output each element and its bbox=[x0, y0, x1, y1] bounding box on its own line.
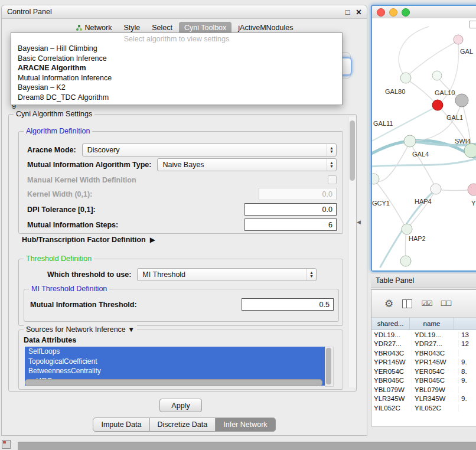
mi-type-dropdown[interactable]: Naive Bayes bbox=[157, 158, 337, 171]
network-graph[interactable]: GALGAL80GAL10GAL11GAL1SWI4GAL4GCY1HAP4YH… bbox=[372, 18, 476, 269]
network-node[interactable] bbox=[404, 135, 416, 147]
attributes-vertical-scrollbar[interactable] bbox=[325, 347, 334, 387]
collapsed-arrow-icon[interactable]: ▶ bbox=[150, 236, 155, 243]
control-panel-titlebar[interactable]: Control Panel □ × bbox=[2, 5, 367, 19]
gear-icon[interactable]: ⚙ bbox=[384, 299, 393, 309]
algorithm-option[interactable]: Bayesian – K2 bbox=[11, 83, 342, 93]
birdseye-toggle-icon[interactable] bbox=[470, 21, 476, 28]
network-node[interactable] bbox=[454, 35, 463, 44]
bottom-dock-bar bbox=[18, 442, 476, 450]
algorithm-option[interactable]: ARACNE Algorithm bbox=[11, 63, 342, 73]
table-row[interactable]: YPR145WYPR145W9. bbox=[371, 358, 476, 367]
table-panel-header[interactable]: Table Panel bbox=[371, 273, 476, 288]
mi-threshold-input[interactable]: 0.5 bbox=[242, 298, 334, 311]
column-header[interactable] bbox=[454, 318, 476, 330]
table-cell: YDR27... bbox=[412, 340, 459, 347]
tab-label: Style bbox=[123, 24, 140, 32]
algorithm-placeholder-option[interactable]: Select algorithm to view settings bbox=[11, 34, 342, 44]
deselect-checkboxes-icon[interactable]: ☐☐ bbox=[441, 299, 451, 308]
tab-label: Infer Network bbox=[223, 420, 267, 429]
panel-collapse-arrow[interactable]: ◀ bbox=[357, 219, 361, 225]
hub-transcription-factor-section[interactable]: Hub/Transcription Factor Definition ▶ bbox=[22, 236, 155, 244]
network-node[interactable] bbox=[432, 71, 442, 80]
table-row[interactable]: YLR345WYLR345W9. bbox=[371, 394, 476, 404]
tab-network[interactable]: Network bbox=[70, 22, 118, 34]
attribute-item[interactable]: SelfLoops bbox=[25, 347, 325, 357]
tab-jactivemnodules[interactable]: jActiveMNodules bbox=[233, 22, 298, 34]
tab-label: Network bbox=[85, 24, 112, 32]
table-row[interactable]: YBR045CYBR045C9. bbox=[371, 376, 476, 386]
attributes-horizontal-scrollbar[interactable] bbox=[25, 379, 322, 386]
mi-threshold-definition-group: MI Threshold Definition Mutual Informati… bbox=[24, 289, 339, 322]
group-title: Algorithm Definition bbox=[24, 127, 92, 135]
hub-section-label: Hub/Transcription Factor Definition bbox=[22, 236, 146, 244]
columns-icon[interactable] bbox=[402, 299, 412, 308]
data-attributes-label: Data Attributes bbox=[24, 336, 76, 344]
network-node[interactable] bbox=[402, 224, 412, 234]
column-header[interactable]: shared... bbox=[371, 318, 410, 330]
tab-label: Impute Data bbox=[101, 420, 141, 429]
table-row[interactable]: YDR27...YDR27...12 bbox=[371, 340, 476, 349]
attribute-item[interactable]: TopologicalCoefficient bbox=[25, 357, 325, 367]
close-icon[interactable]: × bbox=[356, 8, 361, 16]
kernel-width-input[interactable]: 0.0 bbox=[259, 188, 337, 200]
mi-steps-input[interactable]: 6 bbox=[244, 219, 337, 231]
algorithm-option[interactable]: Bayesian – Hill Climbing bbox=[11, 44, 342, 54]
cyni-algorithm-settings-group: Cyni Algorithm Settings Algorithm Defini… bbox=[8, 114, 357, 392]
node-label: GAL1 bbox=[446, 114, 463, 121]
aracne-mode-dropdown[interactable]: Discovery bbox=[82, 144, 337, 156]
tab-impute-data[interactable]: Impute Data bbox=[93, 418, 149, 432]
network-window-titlebar[interactable] bbox=[372, 6, 476, 19]
column-header[interactable]: name bbox=[410, 318, 454, 330]
table-row[interactable]: YIL052CYIL052C bbox=[371, 403, 476, 413]
table-row[interactable]: YBR043CYBR043C bbox=[371, 348, 476, 358]
network-edge[interactable] bbox=[406, 79, 437, 105]
table-cell: YPR145W bbox=[371, 358, 412, 366]
which-threshold-dropdown[interactable]: MI Threshold bbox=[137, 268, 317, 281]
node-label: GCY1 bbox=[372, 200, 390, 207]
tab-cyni-toolbox[interactable]: Cyni Toolbox bbox=[179, 22, 232, 34]
tab-label: Cyni Toolbox bbox=[184, 24, 226, 32]
select-all-checkboxes-icon[interactable]: ☑☑ bbox=[421, 299, 432, 308]
network-node[interactable] bbox=[431, 184, 441, 194]
attribute-item[interactable]: BetweennessCentrality bbox=[25, 366, 325, 376]
tab-discretize-data[interactable]: Discretize Data bbox=[150, 418, 216, 432]
tab-select[interactable]: Select bbox=[146, 22, 178, 34]
network-node[interactable] bbox=[432, 100, 443, 110]
table-row[interactable]: YER054CYER054C8. bbox=[371, 367, 476, 376]
tab-style[interactable]: Style bbox=[118, 22, 145, 34]
network-node[interactable] bbox=[468, 184, 476, 195]
manual-kernel-checkbox[interactable] bbox=[328, 175, 337, 184]
float-window-icon[interactable]: □ bbox=[345, 8, 350, 16]
apply-button[interactable]: Apply bbox=[159, 399, 202, 412]
zoom-traffic-light[interactable] bbox=[402, 8, 410, 17]
table-row[interactable]: YDL19...YDL19...13 bbox=[371, 330, 476, 340]
algorithm-option[interactable]: Dream8 DC_TDC Algorithm bbox=[11, 93, 342, 103]
expanded-arrow-icon[interactable]: ▼ bbox=[128, 325, 135, 334]
table-cell: 9. bbox=[459, 395, 476, 402]
kernel-width-row: Kernel Width (0,1): 0.0 bbox=[27, 188, 337, 200]
algorithm-option[interactable]: Basic Correlation Inference bbox=[11, 54, 342, 64]
scrollbar-thumb[interactable] bbox=[326, 348, 331, 384]
network-canvas[interactable]: GALGAL80GAL10GAL11GAL1SWI4GAL4GCY1HAP4YH… bbox=[372, 18, 476, 270]
network-node[interactable] bbox=[400, 73, 411, 83]
algorithm-option[interactable]: Mutual Information Inference bbox=[11, 73, 342, 83]
settings-scrollbar[interactable] bbox=[348, 117, 356, 387]
algorithm-definition-group: Algorithm Definition Aracne Mode: Discov… bbox=[18, 131, 343, 234]
table-cell: YBR045C bbox=[371, 377, 412, 384]
minimize-traffic-light[interactable] bbox=[389, 8, 397, 17]
network-edge[interactable] bbox=[407, 190, 436, 229]
network-node[interactable] bbox=[455, 94, 468, 107]
sources-title[interactable]: Sources for Network Inference ▼ bbox=[24, 325, 137, 334]
table-row[interactable]: YBL079WYBL079W bbox=[371, 385, 476, 394]
stepper-icon bbox=[307, 269, 316, 281]
network-node[interactable] bbox=[372, 174, 379, 184]
docked-panel-icon[interactable] bbox=[2, 440, 11, 449]
close-traffic-light[interactable] bbox=[377, 8, 385, 17]
scrollbar-thumb[interactable] bbox=[350, 120, 355, 181]
dpi-tolerance-input[interactable]: 0.0 bbox=[244, 203, 337, 216]
network-node[interactable] bbox=[464, 144, 476, 158]
network-node[interactable] bbox=[400, 256, 411, 266]
network-edge[interactable] bbox=[406, 41, 458, 77]
tab-infer-network[interactable]: Infer Network bbox=[216, 418, 275, 432]
